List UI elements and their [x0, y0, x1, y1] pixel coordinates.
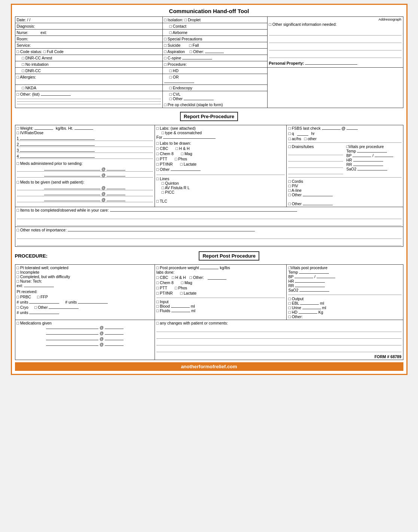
- picc-label: □ PICC: [162, 190, 174, 194]
- room-cell: Room:: [15, 36, 162, 42]
- cvl-cell: □ CVL □ Other □ Pre op checklist (staple…: [162, 91, 267, 108]
- bp-slash-post: /: [314, 274, 315, 279]
- at-label-3: @: [101, 185, 106, 190]
- date-label: Date:: [17, 18, 26, 22]
- hr-vital-label: HR: [346, 158, 352, 162]
- procedure-header-cell: □ Procedure:: [162, 61, 267, 68]
- post-procedure-header: Report Post Procedure: [199, 251, 259, 261]
- quinton-label: □ Quinton: [162, 181, 179, 185]
- contact-cell: □ Contact: [162, 23, 267, 30]
- comments-cell: □ any changes with patient or comments: …: [155, 320, 403, 360]
- other-sig-label: □ Other significant information needed:: [269, 22, 402, 27]
- other-allergy-cell: □ Other: (list): [15, 91, 162, 108]
- isolation-label: □ Isolation:: [164, 18, 183, 22]
- items-label: □ Items to be completed/observed while i…: [17, 208, 109, 212]
- phos-label: □ Phos: [175, 157, 187, 161]
- special-prec-cell: □ Special Precautions: [162, 36, 267, 42]
- fluids-label: □ Fluids: [156, 308, 170, 313]
- hd-post-label: □ HD: [288, 310, 297, 314]
- cspine-label: □ C-spine: [164, 56, 181, 60]
- meds-send-label: □ Meds to be given (send with patient):: [17, 180, 153, 184]
- procedure-post-header-row: PROCEDURE: Report Post Procedure: [15, 249, 403, 263]
- procedure-label: □ Procedure:: [164, 62, 187, 67]
- av-fistula-label: □ AV Fistula R L: [162, 185, 190, 190]
- q-label: □ q: [288, 131, 294, 136]
- urine-label: □ Urine: [288, 305, 301, 310]
- post-col1: □ Pt tolerated well; completed □ Incompl…: [15, 265, 155, 320]
- items-cell: □ Items to be completed/observed while i…: [15, 207, 403, 227]
- kg-hd: Kg: [318, 310, 323, 314]
- pre-procedure-section: Report Pre-Procedure: [15, 110, 403, 123]
- dnr-cc-cell: □ DNR-CC: [15, 68, 162, 74]
- other-notes-cell: □ Other notes of importance:: [15, 227, 403, 247]
- drains-vitals-cell: □ FSBS last check @ □ q hr □ ac/hs □ oth…: [287, 125, 403, 207]
- diagnosis-label: Diagnosis:: [17, 24, 35, 28]
- contact-label: □ Contact: [170, 24, 266, 28]
- nkda-label: □ NKDA: [22, 86, 161, 90]
- ebl-label: □ EBL: [288, 301, 299, 305]
- post-col3: □Vitals post procedure Temp BP / HR RR: [287, 265, 403, 320]
- hd-cell: □ HD: [162, 68, 267, 74]
- units-ffp-label: # units: [65, 300, 108, 304]
- cspine-cell: □ C-spine: [162, 55, 267, 61]
- other-tlc-label: □ Other: [288, 202, 302, 206]
- meds-given-cell: □ Medications given @ @ @: [15, 320, 155, 360]
- room-label: Room:: [17, 37, 28, 41]
- allergies-cell: □ Allergies:: [15, 74, 162, 85]
- dnr-cc-arrest-label: □ DNR-CC Arrest: [22, 56, 161, 60]
- any-changes-label: □ any changes with patient or comments:: [156, 321, 402, 325]
- phos-post-label: □ Phos: [175, 286, 187, 290]
- main-container: Communication Hand-off Tool Date: / / □ …: [11, 4, 408, 375]
- ptinr-post-label: □ PT/INR: [156, 291, 173, 295]
- other-lines-label: □ Other: [288, 193, 302, 197]
- weight-iv-cell: □ Weight: kg/lbs. Ht. □ IV/Rate/Dose 1 2…: [15, 125, 155, 207]
- aline-label: □ A-line: [288, 188, 302, 193]
- labs-label: □ Labs: (see attached): [156, 126, 285, 130]
- other-output-label: □ Other:: [288, 314, 302, 319]
- date-cell: Date: / /: [15, 17, 162, 23]
- achs-label: □ ac/hs: [288, 136, 301, 141]
- pt-received-label: Pt received:: [17, 289, 153, 294]
- date-value: / /: [27, 18, 31, 22]
- full-code-label: □ Full Code: [43, 49, 64, 54]
- mag-post-label: □ Mag: [181, 280, 192, 285]
- rr-post-label: RR: [288, 283, 294, 288]
- output-label: □ Output: [288, 296, 401, 301]
- at-label-5: @: [101, 197, 106, 202]
- ml-ebl: ml: [320, 301, 324, 305]
- chem8-post-label: □ Chem 8: [156, 280, 174, 285]
- completed-diff-label: □ Completed, but with difficulty: [17, 274, 153, 279]
- rr-label: RR: [346, 162, 352, 167]
- labs-drawn-label: □ Labs to be drawn:: [156, 141, 191, 145]
- sao2-post-label: SaO2: [288, 288, 298, 292]
- service-cell: Service:: [15, 42, 162, 49]
- temp-post-label: Temp: [288, 270, 298, 274]
- other-fsbs-label: □ other: [304, 136, 317, 141]
- at-label-4: @: [101, 191, 106, 196]
- pt-tolerated-label: □ Pt tolerated well; completed: [17, 265, 153, 270]
- page-title: Communication Hand-off Tool: [15, 8, 403, 14]
- weight-units: kg/lbs. Ht.: [56, 126, 73, 130]
- other-labs-label: □ Other: [156, 167, 170, 172]
- allergies-label: □ Allergies:: [17, 75, 36, 79]
- cbc-post-label: □ CBC: [156, 275, 168, 280]
- no-intubation-label: □ No intubation: [22, 62, 161, 67]
- fall-label: □ Fall: [189, 43, 199, 47]
- aspiration-cell: □ Aspiration □ Other:: [162, 49, 267, 55]
- or-cell: □ OR: [162, 74, 267, 85]
- bp-label: BP: [346, 153, 351, 158]
- post-weight-label: □ Post procedure weight: [156, 265, 199, 270]
- addressograph-cell: Addressograph □ Other significant inform…: [267, 17, 403, 68]
- service-label: Service:: [17, 43, 31, 47]
- suicide-fall-cell: □ Suicide □ Fall: [162, 42, 267, 49]
- bp-post-label: BP: [288, 274, 293, 279]
- ml-blood-label: ml: [191, 304, 195, 308]
- no-intubation-cell: □ No intubation: [15, 61, 162, 68]
- weight-label: □ Weight:: [17, 126, 34, 130]
- endoscopy-cell: □ Endoscopy: [162, 85, 267, 91]
- endoscopy-label: □ Endoscopy: [170, 86, 266, 90]
- at-label-2: @: [101, 173, 106, 177]
- or-label: □ OR: [170, 75, 266, 79]
- lines-section-label: □ Lines: [156, 176, 169, 181]
- hr-post-label: HR: [288, 279, 294, 283]
